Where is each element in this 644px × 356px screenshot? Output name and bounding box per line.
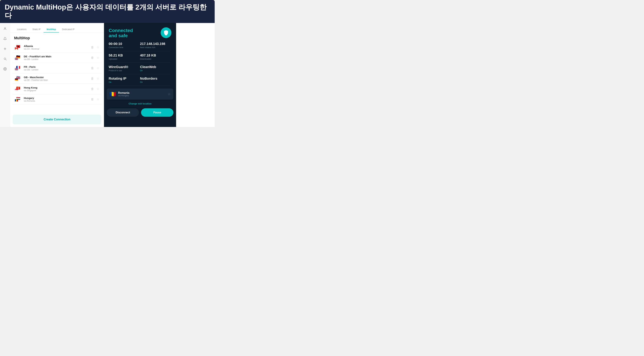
left-panel: Locations Static IP MultiHop Dedicated I…: [10, 23, 104, 127]
delete-icon[interactable]: 🗑: [91, 87, 94, 91]
flag-albania: 🇦🇱 🇨🇦: [15, 45, 22, 50]
tab-locations[interactable]: Locations: [14, 26, 30, 32]
list-item[interactable]: 🇬🇧 🇩🇪 GB - Manchester via DE - Frankfurt…: [13, 74, 101, 84]
location-name: Hungary: [24, 96, 91, 100]
location-info-hk: Hong Kong via Singapore: [24, 86, 91, 92]
flag-via-canada: 🇨🇦: [15, 47, 18, 50]
flag-via-ro: 🇷🇴: [15, 99, 18, 102]
stat-rotating-ip: Rotating IP On: [109, 74, 140, 86]
location-actions: 🗑 ☆: [91, 87, 99, 91]
delete-icon[interactable]: 🗑: [91, 77, 94, 80]
location-actions: 🗑 ☆: [91, 66, 99, 70]
location-info-albania: Albania via CA - Montreal: [24, 44, 91, 50]
list-item[interactable]: 🇫🇷 🇬🇧 FR - Paris via GB - London 🗑 ☆: [13, 63, 101, 74]
location-name: Hong Kong: [24, 86, 91, 89]
delete-icon[interactable]: 🗑: [91, 66, 94, 70]
location-via: via GB - London: [24, 68, 91, 71]
stat-uploaded: 58.21 KB Uploaded: [109, 51, 140, 63]
flag-via-gb: 🇬🇧: [15, 58, 18, 60]
connection-info: Romania via Hungary: [118, 92, 166, 97]
shield-icon: [161, 27, 172, 38]
location-via: via Romania: [24, 100, 91, 102]
disconnect-button[interactable]: Disconnect: [107, 108, 139, 117]
pause-button[interactable]: Pause: [141, 108, 174, 117]
stat-label-teal: On: [109, 81, 140, 83]
location-actions: 🗑 ☆: [91, 46, 99, 49]
location-via: via CA - Montreal: [24, 48, 91, 50]
delete-icon[interactable]: 🗑: [91, 98, 94, 101]
stat-value: 00:00:10: [109, 42, 140, 46]
stat-label-teal: On: [140, 70, 172, 72]
location-actions: 🗑 ☆: [91, 56, 99, 60]
stat-cleanweb: CleanWeb On: [140, 63, 172, 74]
tab-multihop[interactable]: MultiHop: [44, 26, 59, 32]
favorite-icon[interactable]: ☆: [96, 56, 99, 60]
svg-point-8: [4, 68, 5, 69]
connected-status-line1: Connected and safe: [109, 25, 161, 38]
delete-icon[interactable]: 🗑: [91, 46, 94, 49]
stat-label-teal: On: [140, 81, 172, 83]
header-title: Dynamic MultiHop은 사용자의 데이터를 2개의 서버로 라우팅한…: [5, 3, 210, 20]
connection-favorite-icon[interactable]: ☆: [168, 92, 171, 96]
stat-value: 407.18 KB: [140, 54, 172, 57]
stat-downloaded: 407.18 KB Downloaded: [140, 51, 172, 63]
connection-name: Romania: [118, 92, 166, 94]
sidebar: [0, 23, 10, 127]
favorite-icon[interactable]: ☆: [96, 98, 99, 101]
favorite-icon[interactable]: ☆: [96, 87, 99, 91]
flag-france: 🇫🇷 🇬🇧: [15, 66, 22, 70]
connected-top: Connected and safe: [104, 23, 176, 38]
tabs-row: Locations Static IP MultiHop Dedicated I…: [10, 23, 104, 32]
list-item[interactable]: 🇦🇱 🇨🇦 Albania via CA - Montreal 🗑 ☆: [13, 42, 101, 53]
svg-line-7: [6, 60, 6, 60]
flag-hungary: 🇭🇺 🇷🇴: [15, 97, 22, 102]
location-info-gb: GB - Manchester via DE - Frankfurt am Ma…: [24, 76, 91, 81]
stat-value: CleanWeb: [140, 65, 172, 69]
flag-germany: 🇩🇪 🇬🇧: [15, 55, 22, 60]
connection-via: via Hungary: [118, 94, 166, 97]
favorite-icon[interactable]: ☆: [96, 77, 99, 80]
tab-dedicated-ip[interactable]: Dedicated IP: [59, 26, 78, 32]
right-panel: Connected and safe 00:00:10 Connection t…: [104, 23, 176, 127]
current-connection: 🇷🇴 Romania via Hungary ☆: [107, 88, 174, 100]
location-via: via GB - London: [24, 58, 91, 60]
list-item[interactable]: 🇭🇺 🇷🇴 Hungary via Romania 🗑 ☆: [13, 94, 101, 105]
action-buttons: Disconnect Pause: [104, 106, 176, 120]
stat-label: Uploaded: [109, 58, 140, 60]
user-icon[interactable]: [2, 26, 8, 32]
connection-flag: 🇷🇴: [109, 91, 116, 97]
delete-icon[interactable]: 🗑: [91, 56, 94, 60]
stat-label: Next rotation N/A: [140, 46, 172, 49]
stat-ip: 217.148.143.198 Next rotation N/A: [140, 40, 172, 51]
location-name: Albania: [24, 44, 91, 48]
location-actions: 🗑 ☆: [91, 98, 99, 101]
flag-via-sg: 🇸🇬: [15, 89, 18, 92]
stat-protocol: WireGuard® Protocol in use: [109, 63, 140, 74]
stat-value: Rotating IP: [109, 77, 140, 80]
search-icon[interactable]: [2, 56, 8, 62]
location-actions: 🗑 ☆: [91, 77, 99, 80]
location-via: via Singapore: [24, 90, 91, 92]
list-item[interactable]: 🇩🇪 🇬🇧 DE - Frankfurt am Main via GB - Lo…: [13, 53, 101, 63]
change-exit-button[interactable]: Change exit location: [104, 101, 176, 106]
header-banner: Dynamic MultiHop은 사용자의 데이터를 2개의 서버로 라우팅한…: [0, 0, 215, 23]
svg-point-1: [4, 48, 6, 49]
create-connection-button[interactable]: Create Connection: [13, 115, 101, 124]
favorite-icon[interactable]: ☆: [96, 46, 99, 49]
location-info-de: DE - Frankfurt am Main via GB - London: [24, 55, 91, 60]
tab-static-ip[interactable]: Static IP: [30, 26, 44, 32]
location-info-fr: FR - Paris via GB - London: [24, 66, 91, 71]
bug-icon[interactable]: [2, 46, 8, 52]
stat-label: Connection time: [109, 46, 140, 49]
bell-icon[interactable]: [2, 36, 8, 42]
svg-point-0: [4, 28, 6, 29]
list-item[interactable]: 🇭🇰 🇸🇬 Hong Kong via Singapore 🗑 ☆: [13, 84, 101, 94]
favorite-icon[interactable]: ☆: [96, 66, 99, 70]
location-name: DE - Frankfurt am Main: [24, 55, 91, 58]
stats-grid: 00:00:10 Connection time 217.148.143.198…: [104, 38, 176, 87]
stat-label: Protocol in use: [109, 70, 140, 72]
section-title: MultiHop: [10, 32, 104, 42]
settings-icon[interactable]: [2, 66, 8, 72]
location-name: FR - Paris: [24, 66, 91, 68]
flag-hongkong: 🇭🇰 🇸🇬: [15, 86, 22, 92]
